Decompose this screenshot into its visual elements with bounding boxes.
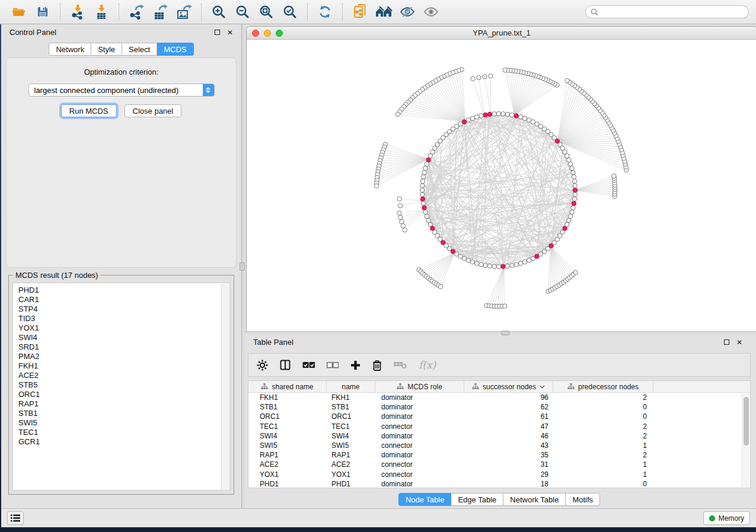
- mcds-node-item[interactable]: SWI4: [18, 333, 229, 342]
- mcds-list-scrollbar[interactable]: [221, 284, 229, 489]
- column-header-predecessor-nodes[interactable]: predecessor nodes: [553, 381, 653, 392]
- mcds-node-item[interactable]: GCR1: [18, 437, 229, 447]
- task-history-button[interactable]: [7, 511, 24, 525]
- tab-node-table[interactable]: Node Table: [398, 493, 452, 506]
- cell: ACE2: [248, 460, 327, 469]
- save-session-button[interactable]: [31, 2, 55, 22]
- select-all-button[interactable]: [302, 361, 315, 368]
- toolbar-separator: [119, 4, 119, 20]
- mcds-node-item[interactable]: YOX1: [18, 323, 229, 333]
- optimization-criterion-select[interactable]: largest connected component (undirected): [28, 84, 215, 97]
- mcds-node-item[interactable]: CAR1: [18, 295, 229, 305]
- mcds-node-item[interactable]: TID3: [18, 314, 229, 323]
- share-document-button[interactable]: [348, 2, 372, 22]
- splitter-grip[interactable]: [501, 331, 509, 335]
- tab-network[interactable]: Network: [49, 43, 91, 56]
- table-settings-button[interactable]: [257, 360, 268, 371]
- mcds-result-list[interactable]: PHD1CAR1STP4TID3YOX1SWI4SRD1PMA2FKH1ACE2…: [12, 283, 230, 491]
- import-network-button[interactable]: [66, 2, 90, 22]
- table-row[interactable]: ACE2ACE2connector311: [248, 460, 750, 469]
- network-window-titlebar[interactable]: YPA_prune.txt_1: [247, 27, 756, 40]
- export-image-button[interactable]: [172, 2, 196, 22]
- mcds-node-item[interactable]: STB5: [18, 380, 229, 390]
- first-neighbors-button[interactable]: [372, 2, 395, 22]
- column-header-mcds-role[interactable]: MCDS role: [375, 381, 464, 392]
- mcds-node-item[interactable]: RAP1: [18, 399, 229, 409]
- column-header-successor-nodes[interactable]: successor nodes: [464, 381, 553, 392]
- import-table-button[interactable]: [90, 2, 113, 22]
- add-column-button[interactable]: [350, 360, 361, 370]
- zoom-fit-button[interactable]: [254, 2, 278, 22]
- export-table-button[interactable]: [148, 2, 172, 22]
- mcds-node-item[interactable]: STP4: [18, 305, 229, 314]
- search-icon: [591, 8, 598, 16]
- table-row[interactable]: STB1STB1dominator620: [248, 402, 750, 412]
- memory-button[interactable]: Memory: [703, 511, 750, 525]
- toolbar-separator: [342, 4, 343, 20]
- mcds-node-item[interactable]: SWI5: [18, 418, 229, 428]
- hide-selected-button[interactable]: [395, 2, 419, 22]
- search-box[interactable]: [585, 5, 749, 18]
- zoom-out-button[interactable]: [231, 2, 254, 22]
- table-row[interactable]: ORC1ORC1dominator610: [248, 412, 750, 421]
- mcds-node-item[interactable]: PMA2: [18, 352, 229, 361]
- tab-style[interactable]: Style: [91, 43, 122, 56]
- table-row[interactable]: PHD1PHD1dominator180: [248, 479, 750, 488]
- table-row[interactable]: TEC1TEC1connector472: [248, 422, 750, 431]
- cell: STB1: [327, 403, 375, 411]
- close-panel-button[interactable]: Close panel: [125, 104, 182, 117]
- close-panel-icon[interactable]: ✕: [736, 339, 742, 346]
- delete-column-button[interactable]: [372, 360, 382, 371]
- mcds-node-item[interactable]: TEC1: [18, 428, 229, 437]
- table-row[interactable]: RAP1RAP1dominator352: [248, 450, 750, 460]
- splitter-grip[interactable]: [240, 262, 245, 271]
- tab-motifs[interactable]: Motifs: [566, 493, 600, 506]
- zoom-in-button[interactable]: [207, 2, 231, 22]
- open-file-button[interactable]: [7, 2, 31, 22]
- mcds-node-item[interactable]: PHD1: [18, 286, 229, 295]
- horizontal-splitter[interactable]: [245, 331, 756, 334]
- tab-select[interactable]: Select: [122, 43, 157, 56]
- mcds-node-item[interactable]: STB1: [18, 409, 229, 418]
- table-panel-header: Table Panel ✕: [248, 334, 751, 350]
- refresh-view-button[interactable]: [313, 2, 337, 22]
- cell: 62: [464, 403, 553, 411]
- delete-table-button[interactable]: [394, 361, 407, 369]
- show-column-pane-button[interactable]: [280, 360, 291, 370]
- float-panel-icon[interactable]: [724, 339, 729, 345]
- export-network-button[interactable]: [125, 2, 148, 22]
- column-header-shared-name[interactable]: shared name: [248, 381, 327, 392]
- vertical-splitter[interactable]: [241, 24, 245, 508]
- mcds-node-item[interactable]: ORC1: [18, 390, 229, 399]
- table-row[interactable]: SWI5SWI5connector431: [248, 441, 750, 450]
- shared-column-icon: [397, 383, 404, 390]
- deselect-all-button[interactable]: [327, 362, 339, 368]
- toolbar-separator: [60, 4, 60, 20]
- table-row[interactable]: YOX1YOX1connector291: [248, 470, 750, 479]
- sort-desc-icon: [540, 385, 545, 389]
- table-row[interactable]: SWI4SWI4dominator462: [248, 431, 750, 441]
- network-canvas[interactable]: [247, 40, 756, 331]
- function-builder-button[interactable]: f(x): [419, 359, 436, 371]
- search-input[interactable]: [601, 7, 744, 17]
- mcds-node-item[interactable]: ACE2: [18, 371, 229, 380]
- cell: dominator: [375, 393, 464, 402]
- scrollbar-thumb[interactable]: [744, 397, 749, 446]
- houses-icon: [375, 5, 393, 19]
- cell: SWI4: [248, 432, 327, 440]
- tab-edge-table[interactable]: Edge Table: [451, 493, 503, 506]
- show-all-button[interactable]: [419, 2, 443, 22]
- run-mcds-button[interactable]: Run MCDS: [61, 104, 117, 117]
- close-panel-icon[interactable]: ✕: [227, 29, 233, 36]
- zoom-selected-button[interactable]: [278, 2, 302, 22]
- cell: YOX1: [327, 470, 375, 479]
- tab-mcds[interactable]: MCDS: [157, 43, 193, 56]
- column-header-name[interactable]: name: [327, 381, 375, 392]
- cell: SWI4: [327, 432, 375, 440]
- float-panel-icon[interactable]: [215, 30, 220, 35]
- mcds-node-item[interactable]: SRD1: [18, 342, 229, 352]
- table-row[interactable]: FKH1FKH1dominator962: [248, 393, 750, 402]
- table-scrollbar[interactable]: [742, 393, 749, 487]
- mcds-node-item[interactable]: FKH1: [18, 361, 229, 371]
- tab-network-table[interactable]: Network Table: [503, 493, 566, 506]
